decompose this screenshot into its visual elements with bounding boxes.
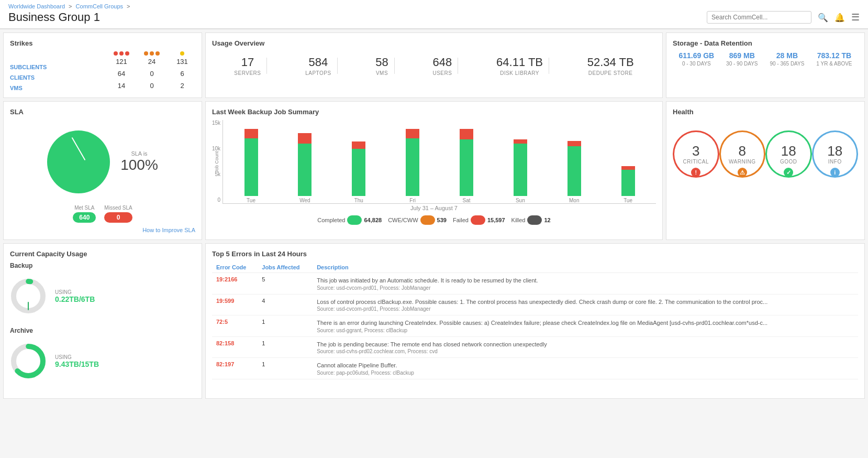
bar-fri: Fri xyxy=(387,129,439,203)
error-source-4: Source: pap-pc06utsd, Process: clBackup xyxy=(317,370,854,376)
health-warning[interactable]: 8 WARNING ⚠ xyxy=(719,130,766,178)
subclients-col3: 131 xyxy=(169,58,195,66)
storage-1yr-range: 1 YR & ABOVE xyxy=(816,61,852,67)
error-row-0: 19:2166 5 This job was initiated by an A… xyxy=(212,273,858,295)
storage-90-365: 28 MB 90 - 365 DAYS xyxy=(770,51,804,67)
error-desc-4: Cannot allocate Pipeline Buffer. xyxy=(317,361,854,370)
legend-cwe-val: 539 xyxy=(437,217,447,223)
sla-percentage: 100% xyxy=(120,157,158,173)
error-source-2: Source: usd-ggrant, Process: clBackup xyxy=(317,328,854,333)
legend-killed-val: 12 xyxy=(544,217,550,223)
error-code-1[interactable]: 19:599 xyxy=(216,298,234,304)
error-source-0: Source: usd-cvcom-prd01, Process: JobMan… xyxy=(317,285,854,291)
health-warning-value: 8 xyxy=(739,144,746,158)
bell-icon[interactable]: 🔔 xyxy=(834,13,845,23)
health-good-icon: ✓ xyxy=(784,168,793,177)
errors-table: Error Code Jobs Affected Description 19:… xyxy=(212,262,858,379)
col2-dots xyxy=(139,51,165,56)
health-good[interactable]: 18 GOOD ✓ xyxy=(765,130,812,178)
legend-completed: Completed 64,828 xyxy=(317,215,382,225)
bar-thu: Thu xyxy=(333,141,385,203)
users-value: 648 xyxy=(432,56,452,69)
clients-label: CLIENTS xyxy=(10,74,104,81)
error-code-0[interactable]: 19:2166 xyxy=(216,276,237,282)
usage-vms: 58 VMs xyxy=(369,56,394,76)
error-row-1: 19:599 4 Loss of control process clBacku… xyxy=(212,294,858,315)
storage-30-90-range: 30 - 90 DAYS xyxy=(726,61,758,67)
health-panel: Health 3 CRITICAL ! 8 WARNING ⚠ 18 GOOD … xyxy=(666,101,865,240)
storage-30-90: 869 MB 30 - 90 DAYS xyxy=(726,51,758,67)
y-axis-label: Job Count xyxy=(214,151,219,172)
capacity-panel: Current Capacity Usage Backup USING 0.22… xyxy=(3,243,202,399)
sla-panel: SLA SLA is 100% Met SLA 640 Missed SLA 0… xyxy=(3,101,202,240)
bar-mon: Mon xyxy=(548,141,600,203)
vms-col2: 0 xyxy=(139,82,165,90)
health-critical-label: CRITICAL xyxy=(683,159,709,165)
storage-0-30-value: 611.69 GB xyxy=(678,51,714,60)
y-label-15k: 15k xyxy=(212,120,220,126)
laptops-value: 584 xyxy=(305,56,331,69)
dedupe-value: 52.34 TB xyxy=(587,56,634,69)
subclients-col1: 121 xyxy=(108,58,135,66)
health-warning-label: WARNING xyxy=(729,159,755,165)
errors-title: Top 5 Errors in Last 24 Hours xyxy=(212,250,858,258)
sla-is-label: SLA is xyxy=(120,150,158,157)
usage-users: 648 USERS xyxy=(426,56,458,76)
health-info-label: INFO xyxy=(828,159,842,165)
health-info[interactable]: 18 INFO i xyxy=(812,130,859,178)
vms-col1: 14 xyxy=(108,82,135,90)
search-input[interactable] xyxy=(707,11,811,24)
sla-missed-badge: Missed SLA 0 xyxy=(104,205,132,223)
chart-date-range: July 31 – August 7 xyxy=(212,205,656,211)
health-good-label: GOOD xyxy=(780,159,797,165)
storage-title: Storage - Data Retention xyxy=(673,39,858,47)
col-jobs-affected: Jobs Affected xyxy=(258,262,313,273)
health-info-icon: i xyxy=(830,168,840,177)
usage-dedupe: 52.34 TB DEDUPE STORE xyxy=(581,56,640,76)
disk-label: DISK LIBRARY xyxy=(496,70,543,76)
archive-capacity-title: Archive xyxy=(10,327,195,334)
col-description: Description xyxy=(313,262,858,273)
error-code-3[interactable]: 82:158 xyxy=(216,340,234,346)
error-code-2[interactable]: 72:5 xyxy=(216,319,228,325)
bar-sun: Sun xyxy=(494,139,546,203)
storage-90-365-value: 28 MB xyxy=(770,51,804,60)
health-critical[interactable]: 3 CRITICAL ! xyxy=(673,130,719,178)
search-icon[interactable]: 🔍 xyxy=(818,13,828,23)
storage-1yr: 783.12 TB 1 YR & ABOVE xyxy=(816,51,852,67)
legend-failed: Failed 15,597 xyxy=(453,215,505,225)
backup-donut xyxy=(10,278,47,314)
laptops-label: LAPTOPS xyxy=(305,70,331,76)
sla-met-label: Met SLA xyxy=(73,205,96,211)
dedupe-label: DEDUPE STORE xyxy=(587,70,634,76)
error-source-3: Source: usd-cvhs-prd02.cochlear.com, Pro… xyxy=(317,348,854,354)
sla-improve-link[interactable]: How to Improve SLA xyxy=(10,227,195,233)
strikes-title: Strikes xyxy=(10,39,195,47)
error-desc-2: There is an error during launching Creat… xyxy=(317,319,854,328)
menu-icon[interactable]: ☰ xyxy=(851,12,860,23)
health-title: Health xyxy=(673,108,858,116)
clients-col3: 6 xyxy=(169,70,195,78)
usage-disk: 64.11 TB DISK LIBRARY xyxy=(490,56,549,76)
breadcrumb-worldwide[interactable]: Worldwide Dashboard xyxy=(8,3,65,9)
health-good-value: 18 xyxy=(781,144,796,158)
vms-label: VMS xyxy=(10,85,104,91)
strikes-panel: Strikes SUBCLIENTS CLIENTS VMS 121 64 14 xyxy=(3,32,202,98)
breadcrumb-commcell[interactable]: CommCell Groups xyxy=(76,3,123,9)
sla-title: SLA xyxy=(10,108,195,116)
y-label-0: 0 xyxy=(212,197,220,203)
storage-panel: Storage - Data Retention 611.69 GB 0 - 3… xyxy=(666,32,865,98)
error-code-4[interactable]: 82:197 xyxy=(216,361,234,367)
error-row-3: 82:158 1 The job is pending because: The… xyxy=(212,336,858,358)
health-critical-icon: ! xyxy=(691,168,700,177)
legend-failed-val: 15,597 xyxy=(487,217,505,223)
error-desc-1: Loss of control process clBackup.exe. Po… xyxy=(317,298,854,307)
error-jobs-3: 1 xyxy=(262,340,265,346)
subclients-col2: 24 xyxy=(139,58,165,66)
storage-90-365-range: 90 - 365 DAYS xyxy=(770,61,804,67)
sla-met-value: 640 xyxy=(73,212,96,223)
servers-label: SERVERS xyxy=(234,70,261,76)
vms-value: 58 xyxy=(375,56,388,69)
breadcrumb: Worldwide Dashboard > CommCell Groups > xyxy=(8,3,860,9)
bar-tue-1: Tue xyxy=(225,129,277,203)
